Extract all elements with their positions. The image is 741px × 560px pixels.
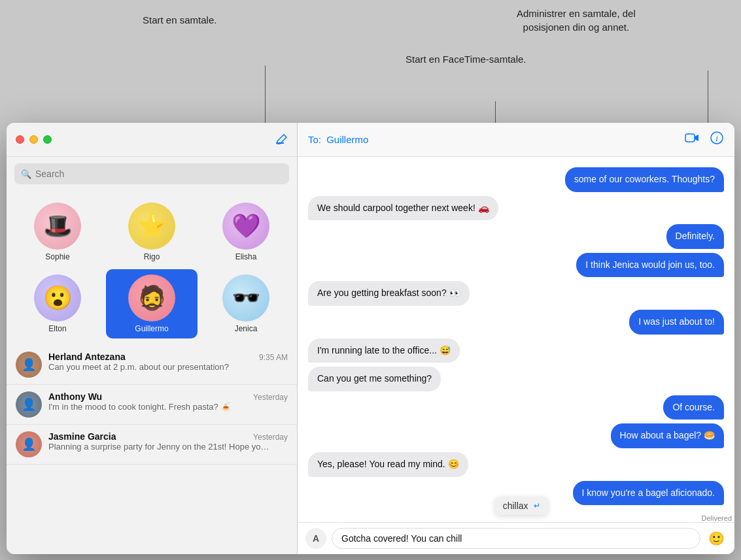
message-bubble: We should carpool together next week! 🚗 bbox=[308, 196, 498, 221]
emoji-button[interactable]: 🙂 bbox=[706, 528, 727, 549]
message-row: Definitely. bbox=[308, 224, 724, 249]
messages-area: some of our coworkers. Thoughts?We shoul… bbox=[298, 157, 734, 516]
compose-icon bbox=[275, 133, 288, 146]
message-row: I'm running late to the office... 😅 bbox=[308, 338, 724, 363]
pinned-contact-rigo[interactable]: ⭐Rigo bbox=[106, 197, 198, 267]
svg-text:i: i bbox=[715, 133, 718, 143]
message-preview: I'm in the mood to cook tonight. Fresh p… bbox=[48, 402, 271, 412]
pinned-contact-elton[interactable]: 😮Elton bbox=[12, 269, 103, 338]
chat-to: To: Guillermo bbox=[308, 134, 368, 145]
message-row: Can you get me something? bbox=[308, 367, 724, 391]
contact-name: Rigo bbox=[144, 252, 160, 261]
message-bubble: some of our coworkers. Thoughts? bbox=[565, 167, 724, 192]
avatar: 🎩 bbox=[34, 203, 81, 250]
conversation-body: Anthony WuYesterdayI'm in the mood to co… bbox=[48, 391, 288, 412]
message-bubble: Yes, please! You read my mind. 😊 bbox=[308, 452, 468, 477]
message-bubble: Are you getting breakfast soon? 👀 bbox=[308, 281, 470, 306]
message-row: I was just about to! bbox=[308, 310, 724, 335]
autocomplete-arrow-icon: ↵ bbox=[534, 501, 540, 510]
svg-rect-1 bbox=[685, 134, 695, 142]
avatar: 👤 bbox=[16, 352, 42, 378]
traffic-lights bbox=[16, 135, 52, 144]
message-row: I think Jenica would join us, too. bbox=[308, 253, 724, 278]
app-store-button[interactable]: A bbox=[305, 528, 326, 549]
facetime-callout: Start en FaceTime-samtale. bbox=[405, 52, 526, 66]
video-icon bbox=[685, 133, 699, 143]
pinned-contact-elisha[interactable]: 💜Elisha bbox=[200, 197, 292, 267]
list-item[interactable]: 👤Jasmine GarciaYesterdayPlanning a surpr… bbox=[7, 425, 297, 465]
message-bubble: Definitely. bbox=[666, 224, 724, 249]
message-bubble: I was just about to! bbox=[629, 310, 724, 335]
avatar: 😮 bbox=[34, 274, 81, 321]
conversation-body: Jasmine GarciaYesterdayPlanning a surpri… bbox=[48, 431, 288, 452]
chat-actions: i bbox=[685, 131, 724, 148]
message-bubble: I'm running late to the office... 😅 bbox=[308, 338, 460, 363]
search-bar[interactable]: 🔍 bbox=[14, 163, 289, 184]
message-time: 9:35 AM bbox=[259, 353, 288, 362]
avatar: 💜 bbox=[222, 203, 269, 250]
delivered-label: Delivered bbox=[298, 514, 734, 522]
autocomplete-popup[interactable]: chillax ↵ bbox=[495, 497, 548, 515]
minimize-button[interactable] bbox=[29, 135, 38, 144]
titlebar bbox=[7, 123, 297, 157]
message-row: Of course. bbox=[308, 395, 724, 420]
contact-name: Jenica bbox=[235, 324, 258, 333]
message-bubble: I think Jenica would join us, too. bbox=[576, 253, 724, 278]
start-conversation-callout: Start en samtale. bbox=[143, 13, 216, 27]
pinned-contact-guillermo[interactable]: 🧔Guillermo bbox=[106, 269, 198, 338]
avatar: ⭐ bbox=[128, 203, 175, 250]
message-bubble: Of course. bbox=[663, 395, 724, 420]
contact-name: Sophie bbox=[45, 252, 69, 261]
message-time: Yesterday bbox=[253, 393, 288, 402]
pinned-contact-jenica[interactable]: 🕶️Jenica bbox=[200, 269, 292, 338]
sidebar: 🔍 🎩Sophie⭐Rigo💜Elisha😮Elton🧔Guillermo🕶️J… bbox=[7, 123, 298, 554]
message-input[interactable] bbox=[332, 528, 700, 549]
chat-header: To: Guillermo i bbox=[298, 123, 734, 157]
chat-panel: To: Guillermo i some bbox=[298, 123, 734, 554]
close-button[interactable] bbox=[16, 135, 24, 144]
contact-name: Anthony Wu bbox=[48, 391, 102, 402]
avatar: 🧔 bbox=[128, 274, 175, 321]
search-icon: 🔍 bbox=[21, 169, 31, 179]
contact-name: Elisha bbox=[235, 252, 257, 261]
search-input[interactable] bbox=[35, 169, 283, 179]
contact-name: Guillermo bbox=[135, 324, 168, 333]
list-item[interactable]: 👤Anthony WuYesterdayI'm in the mood to c… bbox=[7, 385, 297, 425]
info-icon: i bbox=[710, 131, 724, 145]
message-row: Are you getting breakfast soon? 👀 bbox=[308, 281, 724, 306]
message-time: Yesterday bbox=[253, 433, 288, 442]
message-row: We should carpool together next week! 🚗 bbox=[308, 196, 724, 221]
conversation-body: Herland Antezana9:35 AMCan you meet at 2… bbox=[48, 352, 288, 372]
callout-line-1 bbox=[265, 65, 266, 123]
facetime-button[interactable] bbox=[685, 133, 699, 146]
avatar: 👤 bbox=[16, 431, 42, 457]
contact-name: Jasmine Garcia bbox=[48, 431, 116, 442]
conversation-list: 👤Herland Antezana9:35 AMCan you meet at … bbox=[7, 345, 297, 554]
app-window: 🔍 🎩Sophie⭐Rigo💜Elisha😮Elton🧔Guillermo🕶️J… bbox=[7, 123, 734, 554]
maximize-button[interactable] bbox=[43, 135, 52, 144]
compose-button[interactable] bbox=[275, 133, 288, 146]
pinned-contact-sophie[interactable]: 🎩Sophie bbox=[12, 197, 103, 267]
callout-line-2 bbox=[495, 101, 496, 123]
info-button[interactable]: i bbox=[710, 131, 724, 148]
message-row: Yes, please! You read my mind. 😊 bbox=[308, 452, 724, 477]
message-bubble: How about a bagel? 🥯 bbox=[611, 423, 724, 448]
manage-callout: Administrer en samtale, del posisjonen d… bbox=[517, 7, 636, 34]
avatar: 🕶️ bbox=[222, 274, 269, 321]
callout-line-3 bbox=[708, 71, 708, 123]
message-bubble: I know you're a bagel aficionado. bbox=[573, 481, 724, 506]
message-row: some of our coworkers. Thoughts? bbox=[308, 167, 724, 192]
avatar: 👤 bbox=[16, 391, 42, 418]
message-preview: Can you meet at 2 p.m. about our present… bbox=[48, 362, 271, 372]
contact-name: Herland Antezana bbox=[48, 352, 126, 362]
message-preview: Planning a surprise party for Jenny on t… bbox=[48, 442, 271, 452]
message-row: How about a bagel? 🥯 bbox=[308, 423, 724, 448]
list-item[interactable]: 👤Herland Antezana9:35 AMCan you meet at … bbox=[7, 345, 297, 385]
contact-name: Elton bbox=[48, 324, 66, 333]
message-bubble: Can you get me something? bbox=[308, 367, 441, 391]
pinned-contacts: 🎩Sophie⭐Rigo💜Elisha😮Elton🧔Guillermo🕶️Jen… bbox=[7, 191, 297, 345]
input-area: A 🙂 chillax ↵ bbox=[298, 522, 734, 554]
